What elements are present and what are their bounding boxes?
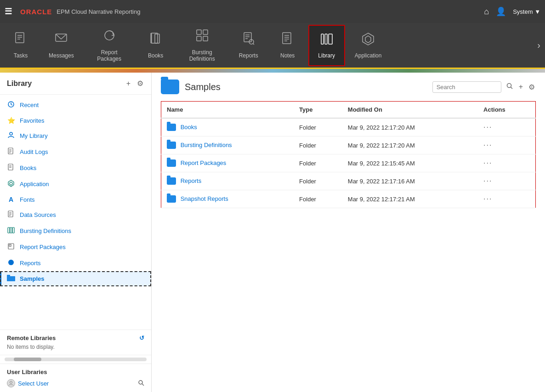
table-folder-icon-2 (167, 159, 176, 167)
nav-arrow-right[interactable]: › (535, 38, 543, 53)
svg-marker-27 (363, 33, 374, 45)
col-type: Type (294, 102, 342, 119)
cell-type-4: Folder (294, 190, 342, 208)
content-search-button[interactable] (505, 81, 514, 92)
nav-item-books[interactable]: Books (137, 25, 174, 66)
table-row: Books Folder Mar 9, 2022 12:17:20 AM ··· (161, 118, 536, 136)
sidebar-item-bursting-definitions[interactable]: Bursting Definitions (0, 223, 151, 239)
col-name: Name (161, 102, 294, 119)
select-user-link[interactable]: Select User (7, 379, 49, 387)
main-area: Library + ⚙ Recent ⭐ Favorites (0, 73, 545, 392)
svg-rect-48 (9, 244, 11, 246)
actions-menu-3[interactable]: ··· (483, 177, 492, 185)
samples-label: Samples (20, 275, 44, 282)
nav-item-reports[interactable]: Reports (230, 25, 267, 66)
data-sources-label: Data Sources (20, 211, 56, 218)
report-packages-sidebar-label: Report Packages (20, 244, 66, 250)
actions-menu-0[interactable]: ··· (483, 123, 492, 131)
books-sidebar-icon (7, 164, 15, 172)
nav-item-library[interactable]: Library (308, 25, 345, 66)
folder-link-0[interactable]: Books (181, 124, 197, 131)
folder-link-1[interactable]: Bursting Definitions (181, 142, 232, 148)
sidebar-item-report-packages[interactable]: Report Packages (0, 239, 151, 255)
nav-item-application[interactable]: Application (347, 25, 389, 66)
svg-rect-9 (197, 30, 201, 34)
hamburger-icon[interactable]: ☰ (5, 6, 12, 17)
svg-rect-8 (155, 34, 159, 43)
sidebar-item-recent[interactable]: Recent (0, 97, 151, 113)
books-label: Books (148, 52, 163, 59)
oracle-logo: ORACLE (20, 8, 52, 16)
actions-menu-1[interactable]: ··· (483, 141, 492, 149)
table-folder-icon-4 (167, 195, 176, 203)
bursting-definitions-label: Bursting Definitions (20, 227, 71, 234)
sidebar-item-favorites[interactable]: ⭐ Favorites (0, 113, 151, 128)
user-libraries-search-icon[interactable] (138, 380, 144, 387)
sidebar-item-reports[interactable]: Reports (0, 255, 151, 271)
remote-libraries-refresh-icon[interactable]: ↺ (139, 335, 144, 341)
reports-sidebar-icon (7, 259, 15, 267)
report-packages-label: Report Packages (91, 49, 128, 62)
navbar-brand: ☰ ORACLE EPM Cloud Narrative Reporting (5, 6, 484, 17)
icon-nav-items: Tasks Messages Report Packages (2, 25, 535, 66)
svg-marker-39 (10, 182, 12, 185)
messages-icon (54, 32, 68, 49)
svg-rect-11 (197, 36, 201, 41)
svg-point-52 (10, 381, 12, 384)
svg-rect-19 (283, 33, 291, 44)
scrollbar-track (5, 358, 147, 361)
svg-rect-13 (244, 33, 251, 42)
user-icon[interactable]: 👤 (496, 6, 506, 17)
svg-rect-10 (203, 30, 208, 34)
content-search-input[interactable] (432, 81, 501, 93)
library-icon (320, 32, 334, 49)
nav-item-tasks[interactable]: Tasks (2, 25, 39, 66)
sidebar-scrollbar[interactable] (0, 355, 151, 364)
scrollbar-thumb[interactable] (14, 358, 41, 361)
actions-menu-4[interactable]: ··· (483, 195, 492, 203)
actions-menu-2[interactable]: ··· (483, 159, 492, 167)
sidebar-item-data-sources[interactable]: Data Sources (0, 207, 151, 223)
sidebar-item-fonts[interactable]: A Fonts (0, 192, 151, 207)
content-add-button[interactable]: + (518, 82, 524, 92)
col-modified: Modified On (342, 102, 478, 119)
remote-libraries-empty: No items to display. (7, 341, 144, 352)
select-user-label: Select User (18, 380, 49, 387)
cell-modified-1: Mar 9, 2022 12:17:20 AM (342, 136, 478, 154)
nav-item-bursting[interactable]: Bursting Definitions (176, 25, 228, 66)
nav-item-notes[interactable]: Notes (269, 25, 306, 66)
cell-modified-4: Mar 9, 2022 12:17:21 AM (342, 190, 478, 208)
sidebar-add-button[interactable]: + (125, 78, 131, 89)
svg-rect-51 (7, 275, 10, 277)
report-packages-sidebar-icon (7, 243, 15, 251)
system-menu[interactable]: System ▼ (513, 8, 540, 15)
folder-link-4[interactable]: Snapshot Reports (181, 195, 228, 202)
tasks-label: Tasks (14, 52, 28, 59)
bursting-icon (195, 28, 209, 45)
content-settings-button[interactable]: ⚙ (528, 82, 536, 92)
sidebar-item-application[interactable]: Application (0, 176, 151, 192)
user-libraries-title: User Libraries (7, 369, 144, 375)
sidebar-item-samples[interactable]: Samples (0, 271, 151, 286)
table-folder-icon-3 (167, 177, 176, 185)
cell-modified-2: Mar 9, 2022 12:15:45 AM (342, 154, 478, 172)
nav-item-messages[interactable]: Messages (41, 25, 81, 66)
fonts-icon: A (7, 196, 15, 203)
sidebar-item-my-library[interactable]: My Library (0, 128, 151, 144)
icon-nav: Tasks Messages Report Packages (0, 23, 545, 69)
deco-bar (0, 69, 545, 73)
sidebar-item-audit-logs[interactable]: Audit Logs (0, 144, 151, 160)
home-icon[interactable]: ⌂ (484, 7, 489, 17)
books-icon (149, 32, 163, 49)
sidebar-item-books[interactable]: Books (0, 160, 151, 176)
folder-icon-large (161, 80, 179, 94)
svg-rect-45 (10, 227, 12, 233)
folder-link-2[interactable]: Report Packages (181, 159, 227, 166)
sidebar-settings-button[interactable]: ⚙ (136, 78, 144, 89)
folder-link-3[interactable]: Reports (181, 177, 202, 184)
user-select-row: Select User (7, 379, 144, 387)
nav-item-report-packages[interactable]: Report Packages (84, 25, 135, 66)
reports-icon (242, 32, 255, 49)
table-folder-icon-1 (167, 142, 176, 149)
sidebar: Library + ⚙ Recent ⭐ Favorites (0, 73, 152, 392)
